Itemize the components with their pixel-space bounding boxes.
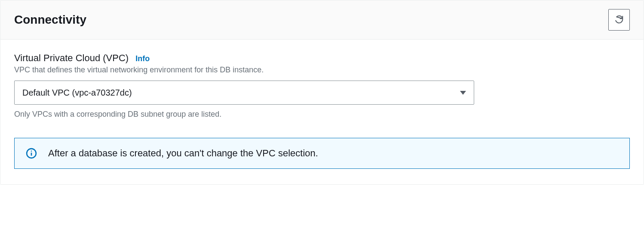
refresh-button[interactable] xyxy=(608,9,630,31)
vpc-info-link[interactable]: Info xyxy=(135,54,150,63)
refresh-icon xyxy=(614,15,624,25)
vpc-info-alert: After a database is created, you can't c… xyxy=(14,138,630,169)
vpc-label-row: Virtual Private Cloud (VPC) Info xyxy=(14,53,630,64)
vpc-field-hint: Only VPCs with a corresponding DB subnet… xyxy=(14,110,630,119)
panel-title: Connectivity xyxy=(14,13,86,27)
panel-content: Virtual Private Cloud (VPC) Info VPC tha… xyxy=(0,40,644,184)
connectivity-panel: Connectivity Virtual Private Cloud (VPC)… xyxy=(0,0,644,185)
panel-header: Connectivity xyxy=(0,0,644,40)
vpc-field-description: VPC that defines the virtual networking … xyxy=(14,65,630,75)
vpc-field-label: Virtual Private Cloud (VPC) xyxy=(14,53,129,64)
alert-message: After a database is created, you can't c… xyxy=(48,148,318,159)
vpc-select[interactable]: Default VPC (vpc-a70327dc) xyxy=(14,81,474,105)
vpc-select-value: Default VPC (vpc-a70327dc) xyxy=(22,88,132,98)
vpc-select-wrap: Default VPC (vpc-a70327dc) xyxy=(14,81,474,105)
svg-point-3 xyxy=(31,151,32,152)
info-icon xyxy=(26,148,37,159)
